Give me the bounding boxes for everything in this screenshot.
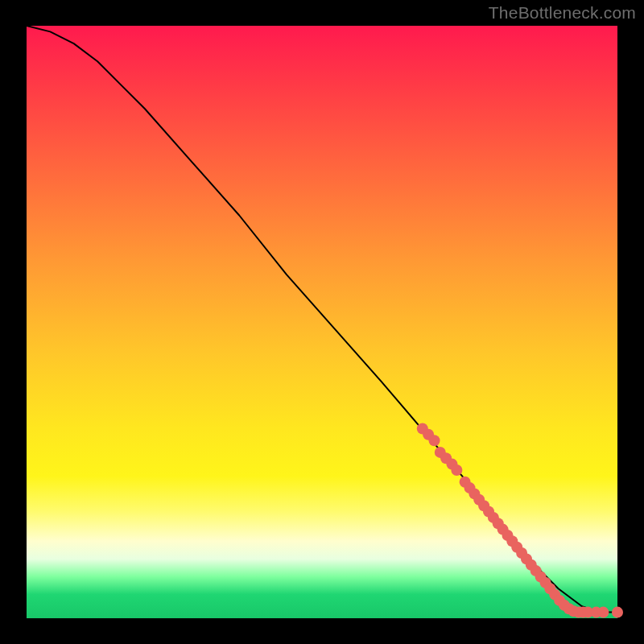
scatter-dots [417, 423, 623, 618]
chart-stage: TheBottleneck.com [0, 0, 644, 644]
curve-path [27, 26, 617, 613]
scatter-dot [597, 607, 609, 618]
scatter-dot [429, 435, 440, 446]
watermark-text: TheBottleneck.com [489, 3, 636, 23]
scatter-dot [451, 464, 462, 476]
chart-overlay [27, 26, 617, 618]
scatter-dot [612, 607, 623, 618]
